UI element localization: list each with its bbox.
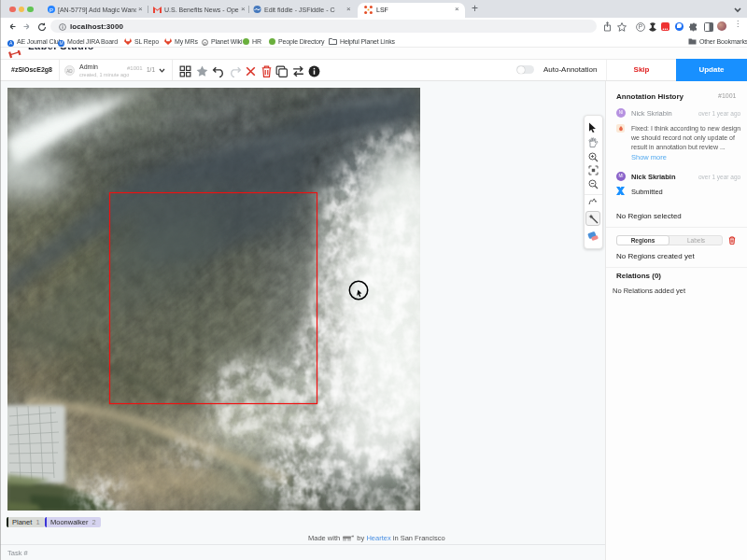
svg-text:P: P	[639, 23, 642, 30]
svg-text:P: P	[49, 7, 53, 13]
